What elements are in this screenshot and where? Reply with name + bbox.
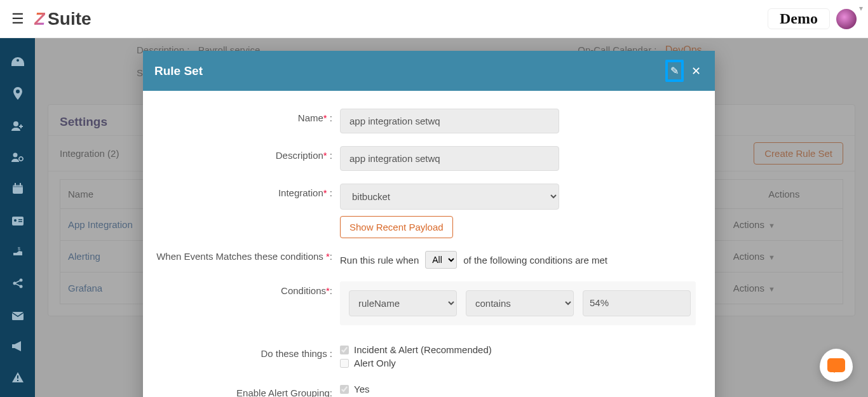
alert-only-label: Alert Only: [354, 358, 396, 368]
envelope-icon[interactable]: [0, 310, 35, 323]
name-label: Name: [298, 112, 323, 123]
topbar-caret-icon: ▾: [859, 4, 863, 13]
condition-row: ruleName contains 54%: [340, 281, 696, 325]
condition-operator-select[interactable]: contains: [466, 290, 574, 316]
integration-select[interactable]: bitbucket: [340, 184, 559, 210]
hand-dollar-icon[interactable]: $: [0, 246, 35, 260]
svg-rect-6: [20, 183, 21, 186]
svg-rect-9: [18, 219, 22, 220]
enable-alert-grouping-label: Enable Alert Grouping:: [156, 384, 340, 397]
condition-field-select[interactable]: ruleName: [349, 290, 457, 316]
brand-z-icon: Z: [34, 9, 45, 29]
brand-text: Suite: [48, 9, 91, 29]
bullhorn-icon[interactable]: [0, 341, 35, 354]
description-field[interactable]: app integration setwq: [340, 146, 559, 171]
svg-rect-5: [15, 183, 16, 186]
grouping-yes-label: Yes: [354, 384, 369, 394]
grouping-yes-checkbox[interactable]: [340, 385, 349, 394]
svg-rect-16: [17, 375, 18, 379]
svg-point-1: [13, 153, 17, 158]
description-label: Description: [276, 150, 323, 161]
left-sidebar: $: [0, 38, 35, 397]
condition-value-input[interactable]: 54%: [583, 290, 691, 316]
svg-rect-17: [17, 380, 18, 381]
run-prefix: Run this rule when: [340, 255, 419, 266]
user-plus-icon[interactable]: [0, 121, 35, 134]
events-label: When Events Matches these conditions: [156, 251, 323, 262]
incident-alert-label: Incident & Alert (Recommended): [354, 344, 492, 355]
svg-point-8: [14, 219, 17, 222]
chat-fab[interactable]: [820, 349, 853, 382]
brand-logo[interactable]: Z Suite: [34, 9, 92, 29]
pencil-icon: ✎: [670, 65, 679, 77]
calendar-icon[interactable]: [0, 183, 35, 198]
chat-icon: [827, 358, 845, 372]
show-recent-payload-button[interactable]: Show Recent Payload: [340, 216, 453, 238]
alert-only-checkbox[interactable]: [340, 359, 349, 368]
do-these-things-label: Do these things :: [156, 344, 340, 359]
users-cog-icon[interactable]: [0, 152, 35, 165]
modal-title: Rule Set: [154, 64, 203, 78]
avatar[interactable]: [836, 9, 857, 29]
integration-label: Integration: [278, 187, 323, 198]
share-nodes-icon[interactable]: [0, 278, 35, 292]
svg-point-12: [13, 282, 16, 285]
svg-text:$: $: [18, 246, 20, 251]
svg-point-13: [19, 279, 22, 282]
name-field[interactable]: app integration setwq: [340, 109, 559, 133]
gauge-icon[interactable]: [0, 56, 35, 69]
run-suffix: of the following conditions are met: [463, 255, 607, 266]
svg-point-14: [19, 285, 22, 288]
pin-icon[interactable]: [0, 87, 35, 103]
triangle-warn-icon[interactable]: [0, 372, 35, 386]
demo-tag: Demo: [768, 8, 830, 29]
ruleset-modal: Rule Set ✎ ✕ Name* : app integration set…: [143, 51, 715, 397]
incident-alert-checkbox[interactable]: [340, 346, 349, 354]
svg-rect-10: [18, 221, 22, 222]
conditions-label: Conditions: [281, 285, 326, 296]
hamburger-icon[interactable]: ☰: [11, 11, 24, 27]
run-match-select[interactable]: All: [425, 251, 457, 269]
close-icon[interactable]: ✕: [689, 62, 703, 81]
id-card-icon[interactable]: [0, 215, 35, 229]
edit-button[interactable]: ✎: [665, 60, 684, 82]
svg-point-2: [19, 157, 23, 161]
svg-rect-4: [13, 185, 23, 187]
svg-point-0: [13, 121, 18, 126]
